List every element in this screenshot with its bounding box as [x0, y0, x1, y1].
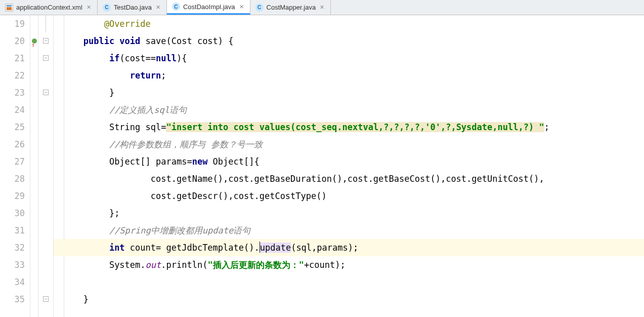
- code-line: int count= getJdbcTemplate().update(sql,…: [54, 239, 644, 256]
- tab-label: applicationContext.xml: [16, 4, 82, 11]
- code-area: 1920212223 2425262728 2930313233 3435 ↑ …: [0, 15, 644, 317]
- close-icon[interactable]: ✕: [155, 4, 161, 11]
- code-line: public void save(Cost cost) {: [54, 32, 644, 50]
- fold-gutter: − − − −: [38, 15, 54, 317]
- code-line: }: [54, 291, 644, 308]
- tab-testdao[interactable]: C TestDao.java ✕: [98, 0, 167, 15]
- java-class-icon: C: [103, 4, 111, 12]
- code-line: Object[] params=new Object[]{: [54, 153, 644, 170]
- tab-label: CostDaoImpl.java: [183, 3, 235, 11]
- fold-toggle-icon[interactable]: −: [43, 296, 49, 302]
- line-number-gutter: 1920212223 2425262728 2930313233 3435: [0, 15, 30, 317]
- tab-bar: applicationContext.xml ✕ C TestDao.java …: [0, 0, 644, 15]
- code-line: [54, 273, 644, 291]
- tab-label: CostMapper.java: [267, 4, 316, 11]
- code-line: String sql="insert into cost values(cost…: [54, 118, 644, 136]
- tab-costdaoimpl[interactable]: C CostDaoImpl.java ✕: [167, 0, 250, 15]
- close-icon[interactable]: ✕: [238, 4, 245, 10]
- fold-toggle-icon[interactable]: −: [43, 38, 49, 44]
- code-line: //定义插入sql语句: [54, 101, 644, 118]
- code-line: }: [54, 84, 644, 101]
- code-line: if(cost==null){: [54, 50, 644, 67]
- code-line: System.out.println("插入后更新的条数为："+count);: [54, 256, 644, 273]
- tab-costmapper[interactable]: C CostMapper.java ✕: [250, 0, 331, 15]
- code-body[interactable]: @Override public void save(Cost cost) { …: [54, 15, 644, 317]
- tab-application-context[interactable]: applicationContext.xml ✕: [0, 0, 98, 15]
- text-caret: [260, 242, 260, 253]
- close-icon[interactable]: ✕: [85, 4, 92, 11]
- code-line: @Override: [54, 15, 644, 32]
- close-icon[interactable]: ✕: [319, 4, 325, 11]
- svg-rect-1: [7, 7, 12, 10]
- fold-toggle-icon[interactable]: −: [43, 90, 49, 95]
- fold-toggle-icon[interactable]: −: [43, 55, 49, 61]
- svg-rect-2: [7, 5, 12, 7]
- marker-gutter: ↑: [30, 15, 38, 317]
- code-line: cost.getName(),cost.getBaseDuration(),co…: [54, 170, 644, 187]
- code-line: //构件参数数组，顺序与 参数？号一致: [54, 136, 644, 153]
- tab-label: TestDao.java: [114, 4, 152, 11]
- code-line: };: [54, 205, 644, 222]
- code-line: //Spring中增删改都用update语句: [54, 222, 644, 239]
- code-line: cost.getDescr(),cost.getCostType(): [54, 187, 644, 205]
- editor-root: applicationContext.xml ✕ C TestDao.java …: [0, 0, 644, 317]
- code-line: return;: [54, 67, 644, 84]
- java-class-icon: C: [172, 3, 180, 11]
- java-class-icon: C: [255, 4, 264, 12]
- xml-file-icon: [5, 4, 13, 12]
